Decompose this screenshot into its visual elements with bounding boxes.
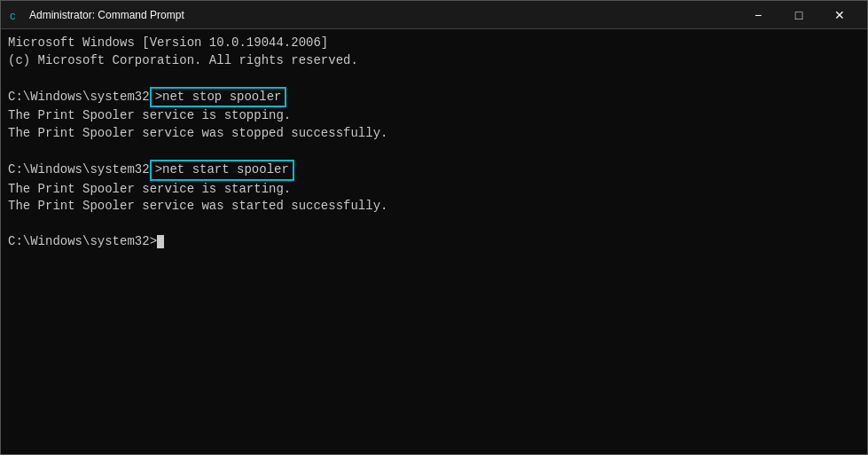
command-start: >net start spooler [150,160,294,181]
title-bar-text: Administrator: Command Prompt [29,9,738,21]
current-prompt-text: C:\Windows\system32> [8,233,157,251]
prompt-line-start: C:\Windows\system32 >net start spooler [8,160,860,181]
line-2: (c) Microsoft Corporation. All rights re… [8,52,860,70]
line-5: The Print Spooler service is stopping. [8,107,860,125]
minimize-button[interactable]: − [738,1,778,29]
terminal-cursor [157,235,164,248]
window: C Administrator: Command Prompt − □ ✕ Mi… [0,0,868,455]
line-9: The Print Spooler service is starting. [8,181,860,199]
prompt-text-start: C:\Windows\system32 [8,161,150,179]
cmd-icon: C [8,8,22,22]
command-stop: >net stop spooler [150,87,287,108]
line-1: Microsoft Windows [Version 10.0.19044.20… [8,35,860,52]
maximize-button[interactable]: □ [778,1,819,29]
empty-line-1 [8,69,860,87]
svg-text:C: C [10,12,16,22]
line-6: The Print Spooler service was stopped su… [8,125,860,143]
prompt-line-stop: C:\Windows\system32 >net stop spooler [8,87,860,108]
terminal-body[interactable]: Microsoft Windows [Version 10.0.19044.20… [1,29,867,454]
prompt-text-stop: C:\Windows\system32 [8,89,150,106]
title-bar-controls: − □ ✕ [738,1,860,29]
current-prompt-line: C:\Windows\system32> [8,233,860,251]
line-10: The Print Spooler service was started su… [8,198,860,216]
close-button[interactable]: ✕ [819,1,860,29]
empty-line-3 [8,216,860,233]
title-bar: C Administrator: Command Prompt − □ ✕ [1,1,867,29]
empty-line-2 [8,143,860,161]
